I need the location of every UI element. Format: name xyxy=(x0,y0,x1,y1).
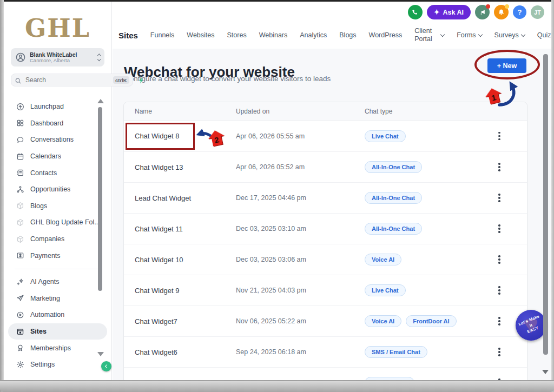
table-row[interactable]: Chat Widget 11Dec 03, 2025 03:10 amAll-I… xyxy=(124,213,527,244)
table-row[interactable]: Chat Widget 13Apr 06, 2026 05:52 amAll-I… xyxy=(124,151,527,182)
sidebar-item-ghl-blog-update-fol[interactable]: GHL Blog Update Fol... xyxy=(8,214,107,231)
announcements-button[interactable] xyxy=(475,5,490,19)
widget-name: Chat Widget6 xyxy=(135,348,236,356)
sidebar-scroll-up-arrow[interactable] xyxy=(97,99,104,103)
sidebar-item-blogs[interactable]: Blogs xyxy=(8,198,107,215)
sidebar-item-contacts[interactable]: Contacts xyxy=(8,164,107,181)
tab-blogs[interactable]: Blogs xyxy=(339,31,356,39)
tab-sites[interactable]: Sites xyxy=(118,31,138,40)
tab-stores[interactable]: Stores xyxy=(227,31,247,39)
sidebar-item-sites[interactable]: Sites xyxy=(8,323,107,340)
table-row[interactable]: Lead Chat WidgetDec 17, 2025 04:46 pmAll… xyxy=(124,182,527,213)
sidebar-item-label: Companies xyxy=(30,235,64,243)
table-row[interactable]: Chat Widget 8Apr 06, 2026 05:55 amLive C… xyxy=(124,121,527,151)
main-scrollbar-thumb[interactable] xyxy=(543,54,548,355)
sidebar-item-launchpad[interactable]: Launchpad xyxy=(8,98,107,115)
tab-client-portal[interactable]: Client Portal xyxy=(414,27,444,44)
sidebar-item-dashboard[interactable]: Dashboard xyxy=(8,115,107,132)
main-scroll-down-arrow[interactable] xyxy=(542,370,549,374)
window-frame-right xyxy=(551,0,554,392)
tab-analytics[interactable]: Analytics xyxy=(300,31,327,39)
sidebar-item-conversations[interactable]: Conversations xyxy=(8,131,107,148)
chat-type-badge: Live Chat xyxy=(365,130,406,142)
sidebar-item-opportunities[interactable]: Opportunities xyxy=(8,181,107,198)
tab-wordpress[interactable]: WordPress xyxy=(369,31,403,39)
chat-type-badge: Voice AI xyxy=(365,315,401,327)
row-kebab-menu[interactable] xyxy=(494,192,504,204)
row-kebab-menu[interactable] xyxy=(494,223,504,235)
launchpad-icon xyxy=(16,103,24,111)
automation-icon xyxy=(16,311,24,319)
sidebar-collapse-button[interactable] xyxy=(101,361,111,371)
row-kebab-menu[interactable] xyxy=(494,346,504,358)
tab-funnels[interactable]: Funnels xyxy=(150,31,174,39)
tab-surveys[interactable]: Surveys xyxy=(494,31,525,39)
table-row-partial[interactable] xyxy=(124,367,527,380)
row-kebab-menu[interactable] xyxy=(494,254,504,265)
notifications-button[interactable] xyxy=(494,5,509,19)
sidebar-item-label: Calendars xyxy=(30,152,61,160)
sidebar-scrollbar-thumb[interactable] xyxy=(98,107,102,291)
help-button[interactable]: ? xyxy=(513,5,526,19)
phone-button[interactable] xyxy=(408,5,423,19)
row-kebab-menu[interactable] xyxy=(494,130,504,142)
brand-logo: GHL xyxy=(4,12,111,44)
chevron-down-icon xyxy=(520,32,525,37)
window-frame-top xyxy=(0,0,554,2)
ask-ai-button[interactable]: ✦ Ask AI xyxy=(427,5,471,19)
tab-websites[interactable]: Websites xyxy=(187,31,214,39)
chat-type-badge: All-In-One Chat xyxy=(365,192,422,204)
search-input[interactable] xyxy=(24,76,110,84)
search-box[interactable]: ctrlK xyxy=(11,74,133,87)
sidebar-item-memberships[interactable]: Memberships xyxy=(8,340,107,356)
sidebar-item-settings[interactable]: Settings xyxy=(8,356,107,373)
quick-actions-bolt-icon[interactable] xyxy=(137,76,146,84)
account-location: Canmore, Alberta xyxy=(30,58,94,64)
tab-forms[interactable]: Forms xyxy=(457,31,482,39)
sidebar-item-calendars[interactable]: Calendars xyxy=(8,148,107,165)
sidebar-item-label: Blogs xyxy=(30,202,47,210)
sidebar-item-label: Dashboard xyxy=(30,119,63,127)
new-button[interactable]: + New xyxy=(487,58,526,73)
row-kebab-menu[interactable] xyxy=(494,284,504,296)
table-row[interactable]: Chat Widget 10Dec 03, 2025 03:06 amVoice… xyxy=(124,244,527,275)
tab-webinars[interactable]: Webinars xyxy=(259,31,288,39)
chat-type-badge: All-In-One Chat xyxy=(365,161,422,173)
sidebar-item-label: Marketing xyxy=(30,295,60,302)
sparkle-icon: ✦ xyxy=(434,8,440,16)
lets-make-it-easy-badge: ♥ Let's Make It EASY xyxy=(516,310,546,341)
sidebar-item-companies[interactable]: Companies xyxy=(8,231,107,248)
window-frame-bottom xyxy=(0,380,554,392)
account-switcher[interactable]: Blank WhiteLabel Canmore, Alberta xyxy=(11,48,104,67)
marketing-icon xyxy=(16,294,24,302)
updated-on: Dec 17, 2025 04:46 pm xyxy=(236,194,365,202)
updated-on: Nov 06, 2025 05:22 am xyxy=(236,317,365,325)
sidebar-scroll-down-arrow[interactable] xyxy=(97,352,104,356)
table-body: Chat Widget 8Apr 06, 2026 05:55 amLive C… xyxy=(124,121,527,380)
chat-type-badge: All-In-One Chat xyxy=(365,223,422,235)
table-row[interactable]: Chat Widget6Sep 24, 2025 06:18 amSMS / E… xyxy=(124,336,527,367)
sidebar-item-payments[interactable]: Payments xyxy=(8,247,107,264)
sidebar-nav-secondary: AI AgentsMarketingAutomationSitesMembers… xyxy=(4,274,111,373)
webchat-table: NameUpdated onChat type Chat Widget 8Apr… xyxy=(123,102,527,380)
sidebar-item-label: AI Agents xyxy=(30,278,60,285)
sidebar-item-label: Memberships xyxy=(30,344,71,352)
row-kebab-menu[interactable] xyxy=(494,161,504,173)
user-avatar[interactable]: JT xyxy=(531,5,544,19)
memberships-icon xyxy=(16,344,24,352)
sidebar-item-automation[interactable]: Automation xyxy=(8,307,107,323)
column-header-updated-on: Updated on xyxy=(236,108,365,115)
sidebar-item-ai-agents[interactable]: AI Agents xyxy=(8,274,107,290)
table-row[interactable]: Chat Widget7Nov 06, 2025 05:22 amVoice A… xyxy=(124,305,527,336)
widget-name: Chat Widget 8 xyxy=(135,132,236,140)
chevron-down-icon xyxy=(478,32,482,37)
widget-name: Chat Widget7 xyxy=(135,317,236,325)
notification-dot xyxy=(505,4,509,9)
updated-on: Dec 03, 2025 03:06 am xyxy=(236,256,365,263)
table-row[interactable]: Chat Widget 9Nov 21, 2025 04:03 pmLive C… xyxy=(124,275,527,305)
updated-on: Sep 24, 2025 06:18 am xyxy=(236,348,365,356)
column-header-name: Name xyxy=(135,108,236,115)
row-kebab-menu[interactable] xyxy=(494,315,504,327)
sidebar-item-marketing[interactable]: Marketing xyxy=(8,290,107,307)
widget-name: Chat Widget 13 xyxy=(135,163,236,171)
